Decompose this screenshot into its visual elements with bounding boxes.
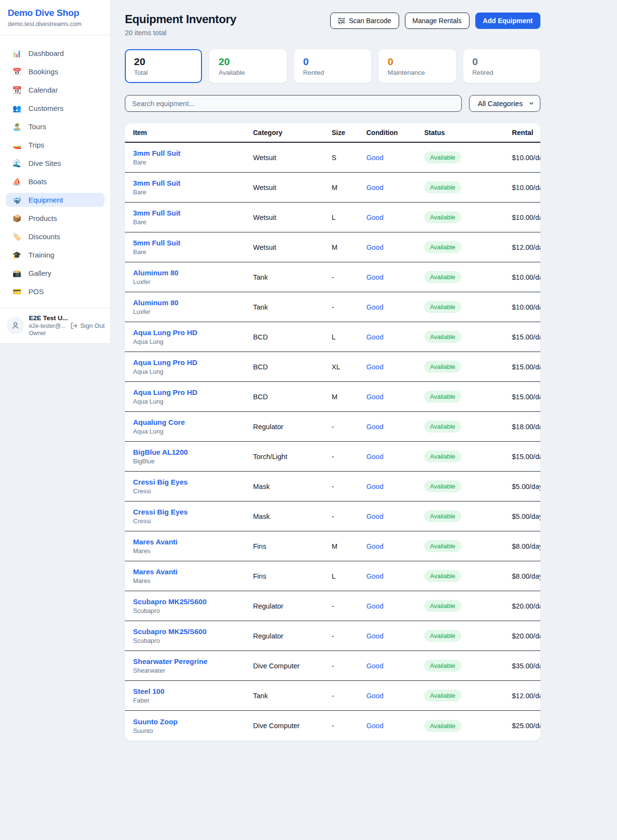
condition-link[interactable]: Good: [366, 273, 383, 281]
item-category: Tank: [253, 692, 332, 700]
sidebar-item-label: Products: [28, 214, 57, 222]
category-select-value: All Categories: [478, 99, 523, 108]
item-brand: Cressi: [133, 488, 253, 495]
condition-link[interactable]: Good: [366, 632, 383, 640]
item-size: S: [332, 154, 366, 162]
item-name-link[interactable]: 3mm Full Suit: [133, 209, 253, 217]
sidebar-item-dive-sites[interactable]: 🌊 Dive Sites: [6, 156, 105, 170]
status-badge: Available: [424, 600, 461, 612]
stat-card-total[interactable]: 20 Total: [125, 49, 202, 83]
item-name-link[interactable]: Aqua Lung Pro HD: [133, 388, 253, 396]
item-brand: Aqua Lung: [133, 398, 253, 405]
table-row: Suunto Zoop Suunto Dive Computer - Good …: [125, 711, 540, 741]
condition-link[interactable]: Good: [366, 513, 383, 520]
condition-link[interactable]: Good: [366, 572, 383, 580]
item-name-link[interactable]: Cressi Big Eyes: [133, 478, 253, 486]
condition-link[interactable]: Good: [366, 692, 383, 700]
island-icon: 🏝️: [12, 123, 22, 130]
rental-price: $10.00/day: [512, 273, 540, 281]
condition-link[interactable]: Good: [366, 602, 383, 610]
main-content: Equipment Inventory 20 items total: [111, 0, 617, 760]
sidebar-item-tours[interactable]: 🏝️ Tours: [6, 120, 105, 134]
condition-link[interactable]: Good: [366, 214, 383, 221]
sidebar-item-calendar[interactable]: 📆 Calendar: [6, 83, 105, 97]
stat-card-retired[interactable]: 0 Retired: [463, 49, 540, 83]
stat-card-rented[interactable]: 0 Rented: [294, 49, 371, 83]
item-size: -: [332, 483, 366, 490]
item-name-link[interactable]: Steel 100: [133, 687, 253, 695]
item-name-link[interactable]: Aluminum 80: [133, 269, 253, 277]
sidebar-nav: 📊 Dashboard 📅 Bookings 📆 Calendar 👥 Cust…: [0, 35, 110, 308]
item-name-link[interactable]: Aqua Lung Pro HD: [133, 328, 253, 337]
item-name-link[interactable]: BigBlue AL1200: [133, 448, 253, 456]
item-name-link[interactable]: Aqualung Core: [133, 418, 253, 426]
scan-barcode-button[interactable]: Scan Barcode: [330, 13, 399, 29]
category-select[interactable]: All Categories: [469, 95, 540, 112]
item-brand: Shearwater: [133, 667, 253, 674]
sidebar-item-products[interactable]: 📦 Products: [6, 211, 105, 225]
item-brand: Bare: [133, 248, 253, 256]
page-header: Equipment Inventory 20 items total: [125, 13, 540, 37]
graduation-cap-icon: 🎓: [12, 251, 22, 258]
sidebar-item-equipment[interactable]: 🤿 Equipment: [6, 193, 105, 207]
sidebar-item-boats[interactable]: ⛵ Boats: [6, 175, 105, 189]
sidebar-item-pos[interactable]: 💳 POS: [6, 285, 105, 298]
table-body: 3mm Full Suit Bare Wetsuit S Good Availa…: [125, 143, 540, 741]
sidebar-item-discounts[interactable]: 🏷️ Discounts: [6, 230, 105, 244]
item-name-link[interactable]: Shearwater Peregrine: [133, 657, 253, 665]
item-size: M: [332, 244, 366, 251]
item-name-link[interactable]: 3mm Full Suit: [133, 179, 253, 187]
item-name-link[interactable]: 5mm Full Suit: [133, 239, 253, 247]
condition-link[interactable]: Good: [366, 423, 383, 431]
manage-rentals-button[interactable]: Manage Rentals: [405, 13, 469, 29]
item-size: L: [332, 333, 366, 341]
sidebar-item-training[interactable]: 🎓 Training: [6, 248, 105, 262]
item-name-link[interactable]: Mares Avanti: [133, 538, 253, 546]
item-name-link[interactable]: Scubapro MK25/S600: [133, 597, 253, 606]
item-name-link[interactable]: Mares Avanti: [133, 568, 253, 576]
sidebar-item-customers[interactable]: 👥 Customers: [6, 101, 105, 115]
item-brand: Mares: [133, 577, 253, 584]
sign-out-button[interactable]: Sign Out: [70, 322, 105, 329]
table-row: 3mm Full Suit Bare Wetsuit M Good Availa…: [125, 173, 540, 203]
sidebar-item-trips[interactable]: 🚤 Trips: [6, 138, 105, 152]
item-name-link[interactable]: Aqua Lung Pro HD: [133, 358, 253, 366]
condition-link[interactable]: Good: [366, 333, 383, 341]
condition-link[interactable]: Good: [366, 722, 383, 730]
item-name-link[interactable]: 3mm Full Suit: [133, 149, 253, 157]
status-badge: Available: [424, 690, 461, 702]
sidebar-item-dashboard[interactable]: 📊 Dashboard: [6, 46, 105, 60]
item-category: Torch/Light: [253, 453, 332, 461]
sidebar-item-label: Equipment: [28, 196, 63, 204]
condition-link[interactable]: Good: [366, 393, 383, 401]
condition-link[interactable]: Good: [366, 303, 383, 311]
stat-card-maintenance[interactable]: 0 Maintenance: [378, 49, 456, 83]
condition-link[interactable]: Good: [366, 662, 383, 670]
add-equipment-button[interactable]: Add Equipment: [475, 13, 540, 29]
condition-link[interactable]: Good: [366, 363, 383, 371]
table-row: Cressi Big Eyes Cressi Mask - Good Avail…: [125, 501, 540, 531]
condition-link[interactable]: Good: [366, 453, 383, 461]
stat-value: 20: [218, 56, 277, 68]
item-name-link[interactable]: Aluminum 80: [133, 298, 253, 307]
item-name-link[interactable]: Scubapro MK25/S600: [133, 627, 253, 636]
item-name-link[interactable]: Cressi Big Eyes: [133, 508, 253, 516]
camera-icon: 📸: [12, 270, 22, 277]
table-row: Mares Avanti Mares Fins M Good Available…: [125, 531, 540, 561]
item-name-link[interactable]: Suunto Zoop: [133, 718, 253, 726]
item-brand: Bare: [133, 218, 253, 226]
search-input[interactable]: [125, 95, 462, 112]
sidebar-item-gallery[interactable]: 📸 Gallery: [6, 266, 105, 280]
condition-link[interactable]: Good: [366, 154, 383, 162]
rental-price: $15.00/day: [512, 363, 540, 371]
sidebar-item-bookings[interactable]: 📅 Bookings: [6, 65, 105, 79]
stat-card-available[interactable]: 20 Available: [209, 49, 286, 83]
sidebar-item-label: Training: [28, 251, 54, 259]
condition-link[interactable]: Good: [366, 184, 383, 191]
condition-link[interactable]: Good: [366, 244, 383, 251]
rental-price: $35.00/day: [512, 662, 540, 670]
condition-link[interactable]: Good: [366, 542, 383, 550]
item-category: Wetsuit: [253, 184, 332, 191]
rental-price: $12.00/day: [512, 692, 540, 700]
condition-link[interactable]: Good: [366, 483, 383, 490]
